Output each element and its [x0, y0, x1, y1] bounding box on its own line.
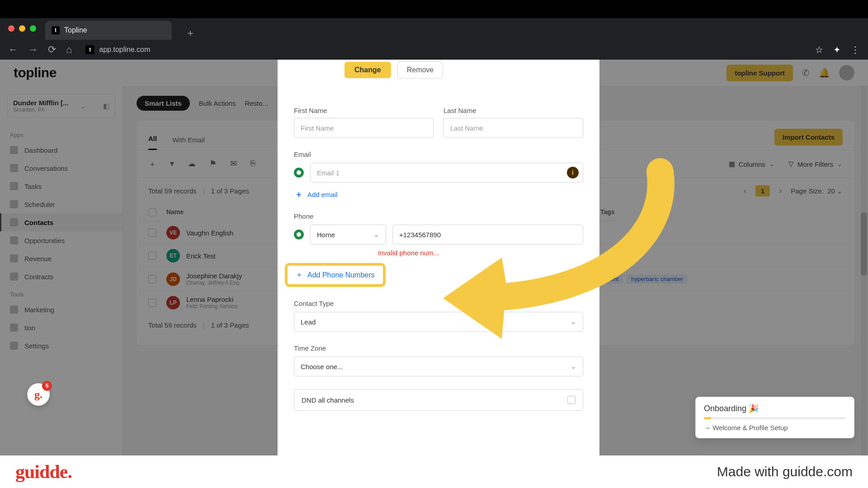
url-text: app.topline.com — [99, 46, 150, 54]
contact-type-select[interactable]: Lead⌄ — [294, 312, 583, 332]
chevron-down-icon: ⌄ — [373, 230, 379, 239]
remove-button[interactable]: Remove — [397, 61, 443, 79]
add-phone-numbers-button[interactable]: ＋Add Phone Numbers — [288, 266, 383, 284]
timezone-label: Time Zone — [294, 344, 583, 352]
first-name-input[interactable] — [294, 118, 434, 138]
dnd-checkbox[interactable] — [567, 396, 576, 404]
contact-form-modal: Change Remove First Name Last Name Email… — [278, 60, 599, 455]
timezone-select[interactable]: Choose one...⌄ — [294, 357, 583, 376]
minimize-window-icon[interactable] — [19, 25, 25, 32]
address-bar[interactable]: t app.topline.com — [85, 45, 150, 54]
browser-chrome: t Topline ＋ ← → ⟳ ⌂ t app.topline.com ☆ … — [0, 18, 868, 60]
phone-error: Invalid phone num... — [378, 249, 583, 257]
star-icon[interactable]: ☆ — [815, 44, 823, 55]
back-icon[interactable]: ← — [8, 44, 18, 56]
guidde-logo: guidde. — [15, 461, 72, 483]
change-button[interactable]: Change — [344, 62, 391, 78]
plus-icon: ＋ — [295, 189, 303, 200]
guidde-widget[interactable]: g. 5 — [27, 383, 50, 406]
primary-phone-radio[interactable] — [294, 230, 304, 239]
email-section-label: Email — [294, 150, 583, 158]
extensions-icon[interactable]: ✦ — [833, 44, 841, 55]
onboarding-card[interactable]: Onboarding 🎉 → Welcome & Profile Setup — [695, 397, 854, 438]
add-email-button[interactable]: ＋Add email — [295, 189, 583, 200]
new-tab-button[interactable]: ＋ — [185, 26, 195, 40]
url-favicon: t — [85, 45, 94, 54]
last-name-label: Last Name — [443, 107, 583, 114]
onboarding-step: → Welcome & Profile Setup — [704, 424, 846, 432]
menu-icon[interactable]: ⋮ — [851, 44, 860, 55]
forward-icon[interactable]: → — [28, 44, 38, 56]
phone-type-value: Home — [317, 231, 335, 239]
letterbox-top — [0, 0, 868, 18]
chevron-down-icon: ⌄ — [571, 318, 576, 326]
tab-favicon: t — [52, 26, 60, 34]
guidde-badge: 5 — [42, 381, 52, 391]
browser-toolbar: ← → ⟳ ⌂ t app.topline.com ☆ ✦ ⋮ — [0, 40, 868, 60]
phone-type-select[interactable]: Home⌄ — [310, 225, 386, 244]
email-badge-icon[interactable]: i — [567, 167, 579, 178]
window-controls[interactable] — [8, 25, 36, 32]
onboarding-title: Onboarding 🎉 — [704, 404, 846, 413]
contact-type-value: Lead — [301, 318, 316, 326]
tab-title: Topline — [64, 26, 87, 34]
guidde-icon: g. — [34, 389, 42, 401]
contact-type-label: Contact Type — [294, 300, 583, 307]
guidde-credit: Made with guidde.com — [717, 464, 853, 479]
last-name-input[interactable] — [443, 118, 583, 138]
dnd-all-channels-row[interactable]: DND all channels — [294, 389, 583, 411]
close-window-icon[interactable] — [8, 25, 14, 32]
guidde-footer: guidde. Made with guidde.com — [0, 455, 868, 488]
primary-email-radio[interactable] — [294, 168, 304, 178]
add-phone-label: Add Phone Numbers — [307, 271, 375, 279]
chevron-down-icon: ⌄ — [571, 362, 576, 371]
phone-number-input[interactable] — [392, 225, 583, 244]
first-name-label: First Name — [294, 107, 434, 114]
plus-icon: ＋ — [296, 270, 303, 280]
add-email-label: Add email — [307, 191, 338, 198]
onboarding-progress — [704, 417, 846, 419]
timezone-value: Choose one... — [301, 363, 343, 371]
browser-tab[interactable]: t Topline — [45, 21, 172, 40]
reload-icon[interactable]: ⟳ — [48, 44, 56, 56]
dnd-label: DND all channels — [302, 396, 354, 404]
phone-section-label: Phone — [294, 212, 583, 220]
email-input[interactable] — [310, 163, 583, 183]
home-icon[interactable]: ⌂ — [66, 44, 72, 56]
maximize-window-icon[interactable] — [30, 25, 36, 32]
